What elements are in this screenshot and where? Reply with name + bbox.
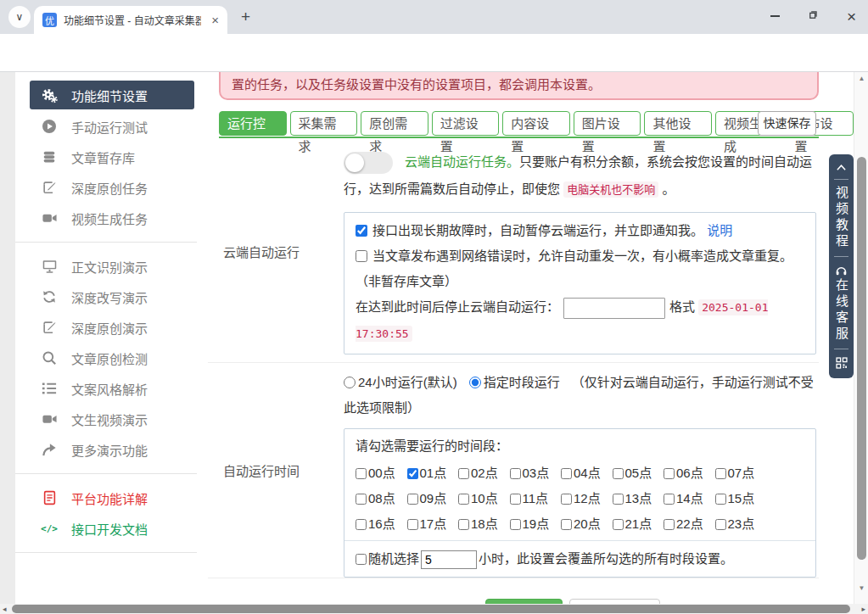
hour-checkbox[interactable] bbox=[613, 468, 624, 479]
hour-option[interactable]: 03点 bbox=[510, 463, 562, 481]
settings-tab[interactable]: 原创需求 bbox=[361, 111, 428, 136]
sidebar-item[interactable]: </>接口开发文档 bbox=[15, 513, 197, 544]
scroll-down-arrow-icon[interactable]: ▼ bbox=[854, 584, 868, 592]
hour-option[interactable]: 07点 bbox=[715, 463, 767, 481]
hour-option[interactable]: 11点 bbox=[510, 488, 562, 506]
hour-checkbox[interactable] bbox=[458, 519, 469, 530]
hour-checkbox[interactable] bbox=[356, 494, 367, 505]
online-service-link[interactable]: 在线客服 bbox=[835, 278, 848, 343]
hour-option[interactable]: 10点 bbox=[458, 488, 510, 506]
hour-checkbox[interactable] bbox=[510, 468, 521, 479]
fault-pause-checkbox[interactable] bbox=[356, 225, 367, 237]
hour-checkbox[interactable] bbox=[715, 468, 726, 479]
hour-option[interactable]: 22点 bbox=[664, 514, 715, 532]
sidebar-item[interactable]: 功能细节设置 bbox=[30, 81, 194, 109]
hour-checkbox[interactable] bbox=[715, 519, 726, 530]
hour-option[interactable]: 08点 bbox=[356, 488, 407, 506]
hour-option[interactable]: 14点 bbox=[664, 488, 715, 506]
restore-icon[interactable] bbox=[808, 8, 819, 24]
video-tutorial-link[interactable]: 视频教程 bbox=[835, 186, 848, 250]
hour-option[interactable]: 01点 bbox=[407, 463, 459, 481]
horizontal-scrollbar-thumb[interactable] bbox=[12, 605, 850, 613]
hour-checkbox[interactable] bbox=[613, 519, 624, 530]
hour-option[interactable]: 16点 bbox=[356, 514, 407, 532]
scroll-left-arrow-icon[interactable]: ◂ bbox=[3, 604, 7, 614]
hour-option[interactable]: 23点 bbox=[715, 514, 767, 532]
hour-checkbox[interactable] bbox=[407, 519, 418, 530]
hour-checkbox[interactable] bbox=[356, 468, 367, 479]
hour-checkbox[interactable] bbox=[356, 519, 367, 530]
hour-checkbox[interactable] bbox=[510, 494, 521, 505]
hour-option[interactable]: 06点 bbox=[664, 463, 715, 481]
sidebar-item[interactable]: 手动运行测试 bbox=[15, 111, 197, 142]
settings-tab[interactable]: 采集需求 bbox=[290, 111, 358, 136]
random-hours-input[interactable] bbox=[421, 550, 477, 569]
scroll-up-arrow-icon[interactable]: ▲ bbox=[854, 75, 868, 82]
hour-checkbox[interactable] bbox=[664, 494, 675, 505]
mode-period-radio[interactable] bbox=[469, 377, 481, 388]
hour-option[interactable]: 00点 bbox=[356, 463, 407, 481]
hour-checkbox[interactable] bbox=[510, 519, 521, 530]
qrcode-icon[interactable] bbox=[836, 357, 848, 369]
headset-icon[interactable] bbox=[835, 265, 848, 276]
minimize-icon[interactable] bbox=[770, 15, 780, 17]
settings-tab[interactable]: 运行控制 bbox=[219, 111, 287, 136]
hour-option[interactable]: 21点 bbox=[613, 514, 664, 532]
hour-checkbox[interactable] bbox=[664, 519, 675, 530]
explain-link[interactable]: 说明 bbox=[707, 223, 732, 237]
browser-tab[interactable]: 优 功能细节设置 - 自动文章采集器 × bbox=[34, 6, 227, 34]
hour-checkbox[interactable] bbox=[561, 494, 572, 505]
hour-option[interactable]: 09点 bbox=[407, 488, 459, 506]
hour-option[interactable]: 05点 bbox=[613, 463, 664, 481]
hour-checkbox[interactable] bbox=[664, 468, 675, 479]
chevron-up-icon[interactable] bbox=[836, 164, 847, 171]
cloud-auto-run-toggle[interactable] bbox=[344, 152, 393, 174]
mode-24h-option[interactable]: 24小时运行(默认) bbox=[344, 375, 457, 389]
close-window-icon[interactable]: × bbox=[847, 8, 856, 25]
tab-search-chevron-icon[interactable]: ∨ bbox=[8, 6, 31, 28]
hour-option[interactable]: 18点 bbox=[458, 514, 510, 532]
hour-checkbox[interactable] bbox=[715, 494, 726, 505]
new-tab-button[interactable]: + bbox=[241, 8, 250, 26]
tab-close-icon[interactable]: × bbox=[211, 14, 219, 26]
hour-checkbox[interactable] bbox=[561, 468, 572, 479]
sidebar-item[interactable]: 平台功能详解 bbox=[15, 483, 197, 513]
hour-option[interactable]: 19点 bbox=[510, 514, 562, 532]
hour-checkbox[interactable] bbox=[561, 519, 572, 530]
hour-option[interactable]: 02点 bbox=[458, 463, 510, 481]
mode-period-option[interactable]: 指定时段运行 bbox=[469, 375, 560, 389]
hour-option[interactable]: 13点 bbox=[613, 488, 664, 506]
hour-option[interactable]: 12点 bbox=[561, 488, 613, 506]
republish-checkbox[interactable] bbox=[356, 250, 367, 262]
sidebar-item[interactable]: 文案风格解析 bbox=[15, 373, 197, 404]
random-hours-checkbox[interactable] bbox=[356, 554, 367, 565]
mode-24h-radio[interactable] bbox=[344, 377, 356, 388]
hour-checkbox[interactable] bbox=[458, 494, 469, 505]
hour-checkbox[interactable] bbox=[613, 494, 624, 505]
scroll-right-arrow-icon[interactable]: ▸ bbox=[861, 604, 865, 614]
sidebar-item[interactable]: 深度原创任务 bbox=[15, 172, 197, 203]
hour-checkbox[interactable] bbox=[407, 494, 418, 505]
hour-option[interactable]: 15点 bbox=[715, 488, 767, 506]
hour-option[interactable]: 04点 bbox=[561, 463, 613, 481]
hour-checkbox[interactable] bbox=[458, 468, 469, 479]
settings-tab[interactable]: 过滤设置 bbox=[432, 111, 500, 136]
settings-tab[interactable]: 其他设置 bbox=[644, 111, 712, 136]
sidebar-item[interactable]: 文章暂存库 bbox=[15, 142, 197, 172]
settings-tab[interactable]: 图片设置 bbox=[574, 111, 641, 136]
horizontal-scrollbar[interactable]: ◂ ▸ bbox=[0, 604, 868, 614]
sidebar-item[interactable]: 更多演示功能 bbox=[15, 434, 197, 465]
sidebar-item[interactable]: 视频生成任务 bbox=[15, 203, 197, 233]
hour-checkbox[interactable] bbox=[407, 468, 418, 479]
vertical-scrollbar[interactable]: ▲ ▼ bbox=[854, 72, 868, 604]
sidebar-item[interactable]: 正文识别演示 bbox=[15, 251, 197, 282]
hour-option[interactable]: 17点 bbox=[407, 514, 459, 532]
vertical-scrollbar-thumb[interactable] bbox=[857, 157, 866, 560]
hour-option[interactable]: 20点 bbox=[561, 514, 613, 532]
sidebar-item[interactable]: 深度改写演示 bbox=[15, 282, 197, 312]
quick-save-button[interactable]: 快速保存 bbox=[758, 111, 816, 136]
sidebar-item[interactable]: 深度原创演示 bbox=[15, 312, 197, 343]
sidebar-item[interactable]: 文生视频演示 bbox=[15, 404, 197, 434]
settings-tab[interactable]: 内容设置 bbox=[502, 111, 570, 136]
stop-time-input[interactable] bbox=[563, 298, 665, 319]
